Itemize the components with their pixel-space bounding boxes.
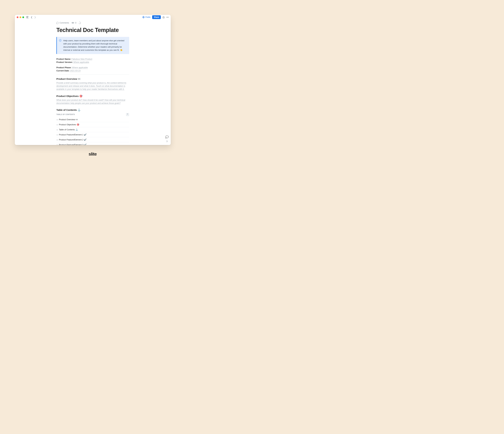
divider [56, 74, 129, 75]
close-window-icon[interactable] [17, 16, 18, 18]
more-options-icon[interactable]: ••• [166, 16, 169, 18]
product-phase-label: Product Phase: [56, 66, 71, 69]
product-version-label: Product Version: [56, 61, 73, 63]
product-version-value[interactable]: Where applicable [73, 61, 89, 63]
public-visibility-button[interactable]: Public [142, 16, 151, 18]
help-button[interactable]: ? [166, 140, 168, 143]
toc-item[interactable]: Product Feature/Element 1 ✔️ [56, 132, 129, 137]
maximize-window-icon[interactable] [22, 16, 24, 18]
svg-marker-0 [163, 16, 165, 18]
globe-icon [142, 16, 144, 18]
titlebar: ❮ ❯ Public Share ••• [15, 15, 171, 19]
objectives-placeholder[interactable]: What does your product do? How should it… [56, 99, 129, 105]
minimize-window-icon[interactable] [19, 16, 21, 18]
objectives-heading[interactable]: Product Objectives 🎯 [56, 95, 129, 98]
view-count: 0 [72, 22, 76, 24]
toc-label: TABLE OF CONTENTS [56, 114, 75, 115]
nav-forward-icon[interactable]: ❯ [34, 16, 36, 18]
toc-list: Product Overview 👀 Product Objectives 🎯 … [56, 117, 129, 145]
product-phase-value[interactable]: Where applicable [72, 66, 88, 69]
product-name-label: Product Name: [56, 58, 71, 60]
product-version-row[interactable]: Product Version: Where applicable [56, 61, 129, 64]
toc-item[interactable]: Table of Contents ⚓ [56, 127, 129, 132]
overview-heading[interactable]: Product Overview 👀 [56, 78, 129, 80]
app-window: ❮ ❯ Public Share ••• Comments [15, 15, 171, 145]
page-title[interactable]: Technical Doc Template [56, 27, 129, 33]
view-count-value: 0 [75, 22, 76, 24]
eye-icon [72, 22, 74, 24]
product-phase-row[interactable]: Product Phase: Where applicable [56, 66, 129, 69]
document-body: Comments 0 Technical Doc Template i Help… [56, 22, 129, 145]
overview-placeholder[interactable]: Provide a brief summary covering what yo… [56, 81, 129, 91]
comments-label: Comments [60, 22, 69, 24]
share-button[interactable]: Share [152, 15, 161, 19]
favorite-star-icon[interactable] [162, 16, 165, 18]
toc-heading[interactable]: Table of Contents ⚓ [56, 109, 129, 111]
chevron-up-icon: ⌃ [127, 113, 128, 116]
toc-item[interactable]: Product Overview 👀 [56, 117, 129, 122]
toc-collapse-button[interactable]: ⌃ [126, 113, 129, 116]
toc-item[interactable]: Product Feature/Element 2 ✔️ [56, 137, 129, 142]
comments-button[interactable]: Comments [56, 22, 69, 24]
nav-back-icon[interactable]: ❮ [31, 16, 33, 18]
brand-logo: slite [0, 152, 185, 157]
svg-point-1 [72, 23, 73, 23]
feedback-bubble-icon[interactable]: 💭 [165, 136, 169, 139]
current-date-label: Current Date: [56, 70, 70, 72]
comment-icon [56, 22, 59, 24]
product-name-value[interactable]: Fabulous New Product [72, 58, 92, 60]
info-icon: i [59, 39, 62, 42]
toc-item[interactable]: Product Feature/Element 3 ✔️ [56, 142, 129, 145]
info-callout: i Help users, team members and just abou… [56, 37, 129, 54]
public-label: Public [145, 16, 151, 18]
current-date-row[interactable]: Current Date: 2021-03-23 [56, 69, 129, 72]
history-icon[interactable] [78, 21, 81, 24]
traffic-lights [17, 16, 24, 18]
callout-text[interactable]: Help users, team members and just about … [63, 39, 127, 52]
product-name-row[interactable]: Product Name: Fabulous New Product [56, 57, 129, 61]
sidebar-toggle-icon[interactable] [26, 16, 28, 18]
current-date-value[interactable]: 2021-03-23 [70, 70, 81, 72]
toc-item[interactable]: Product Objectives 🎯 [56, 122, 129, 127]
